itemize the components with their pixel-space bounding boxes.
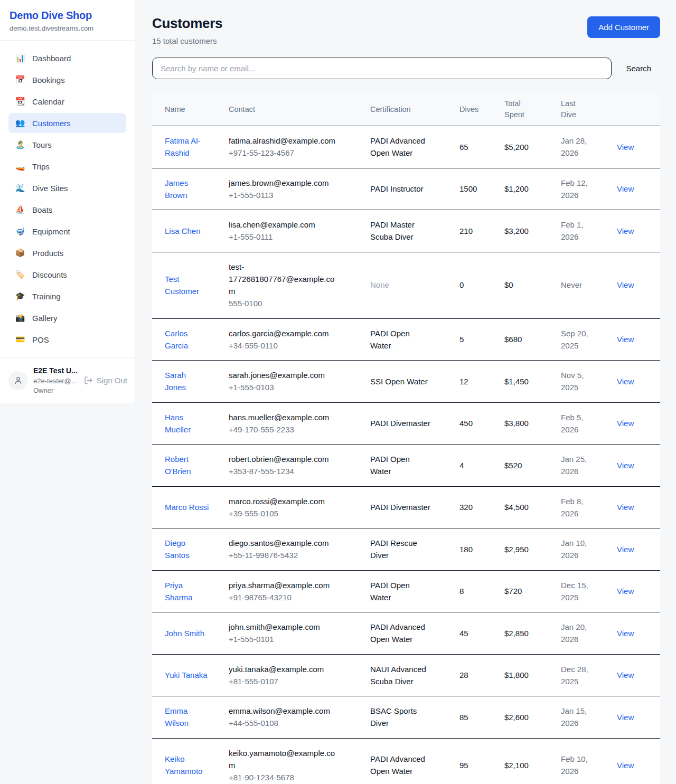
customer-name-link[interactable]: Robert O'Brien	[165, 453, 209, 478]
sidebar-item-products[interactable]: 📦 Products	[8, 243, 126, 263]
search-button[interactable]: Search	[626, 64, 651, 73]
user-icon	[13, 375, 23, 385]
table-row: John Smith john.smith@example.com +1-555…	[152, 612, 660, 655]
col-header-total-spent: Total Spent	[504, 93, 561, 126]
customer-name-link[interactable]: Emma Wilson	[165, 705, 209, 730]
add-customer-button[interactable]: Add Customer	[587, 16, 660, 38]
view-link[interactable]: View	[617, 280, 634, 289]
table-row: Priya Sharma priya.sharma@example.com +9…	[152, 570, 660, 612]
dashboard-icon: 📊	[15, 53, 25, 63]
view-link[interactable]: View	[617, 226, 634, 235]
sidebar-header: Demo Dive Shop demo.test.divestreams.com	[0, 0, 135, 41]
customer-email: robert.obrien@example.com	[229, 453, 328, 465]
page-header: Customers 15 total customers Add Custome…	[152, 15, 660, 45]
customer-certification: PADI Divemaster	[370, 417, 430, 429]
user-role: Owner	[33, 386, 78, 395]
table-row: Emma Wilson emma.wilson@example.com +44-…	[152, 696, 660, 739]
customer-certification: PADI Instructor	[370, 183, 424, 195]
search-input[interactable]	[152, 58, 612, 79]
customer-total-spent: $1,200	[504, 184, 529, 193]
customers-table: Name Contact Certification Dives Total S…	[152, 93, 660, 784]
view-link[interactable]: View	[617, 761, 634, 770]
sidebar-item-dive-sites[interactable]: 🌊 Dive Sites	[8, 178, 126, 198]
customer-total-spent: $3,800	[504, 419, 529, 428]
sidebar-item-boats[interactable]: ⛵ Boats	[8, 200, 126, 220]
table-row: James Brown james.brown@example.com +1-5…	[152, 168, 660, 210]
customer-certification: PADI Advanced Open Water	[370, 135, 433, 159]
view-link[interactable]: View	[617, 670, 634, 679]
col-header-certification: Certification	[370, 93, 459, 126]
customer-name-link[interactable]: Marco Rossi	[165, 501, 209, 513]
customer-name-link[interactable]: Test Customer	[165, 273, 209, 298]
customer-email: john.smith@example.com	[229, 621, 320, 633]
sidebar-item-customers[interactable]: 👥 Customers	[8, 113, 126, 133]
customer-total-spent: $5,200	[504, 143, 529, 152]
trips-icon: 🚤	[15, 162, 25, 171]
customer-name-link[interactable]: Yuki Tanaka	[165, 669, 208, 681]
sidebar-item-pos[interactable]: 💳 POS	[8, 329, 126, 350]
customer-email: fatima.alrashid@example.com	[229, 135, 335, 147]
customer-phone: +34-555-0110	[229, 339, 362, 352]
customer-total-spent: $0	[504, 280, 513, 289]
sidebar-item-gallery[interactable]: 📸 Gallery	[8, 308, 126, 328]
sidebar-item-equipment[interactable]: 🤿 Equipment	[8, 221, 126, 241]
customer-name-link[interactable]: Fatima Al-Rashid	[165, 135, 209, 159]
customer-last-dive: Jan 15, 2026	[561, 705, 594, 730]
table-row: Hans Mueller hans.mueller@example.com +4…	[152, 402, 660, 445]
customer-dives: 320	[459, 503, 473, 512]
customer-last-dive: Feb 1, 2026	[561, 219, 594, 243]
dive-sites-icon: 🌊	[15, 183, 25, 193]
equipment-icon: 🤿	[15, 226, 25, 236]
table-row: Test Customer test-1772681807767@example…	[152, 252, 660, 318]
view-link[interactable]: View	[617, 713, 634, 722]
customer-name-link[interactable]: Lisa Chen	[165, 225, 201, 237]
customer-dives: 1500	[459, 184, 477, 193]
customer-certification: PADI Advanced Open Water	[370, 621, 433, 646]
customer-last-dive: Dec 15, 2025	[561, 579, 594, 604]
customer-name-link[interactable]: Carlos Garcia	[165, 327, 209, 352]
customer-dives: 0	[459, 280, 464, 289]
user-email: e2e-tester@...	[33, 376, 78, 386]
customer-phone: +49-170-555-2233	[229, 423, 362, 436]
customer-name-link[interactable]: Diego Santos	[165, 537, 209, 562]
customer-email: yuki.tanaka@example.com	[229, 663, 324, 675]
view-link[interactable]: View	[617, 503, 634, 512]
customer-name-link[interactable]: John Smith	[165, 627, 204, 639]
customer-certification: PADI Open Water	[370, 579, 433, 604]
customer-total-spent: $720	[504, 587, 522, 596]
view-link[interactable]: View	[617, 461, 634, 470]
customer-certification: None	[370, 279, 389, 291]
view-link[interactable]: View	[617, 545, 634, 554]
tours-icon: 🏝️	[15, 140, 25, 149]
view-link[interactable]: View	[617, 587, 634, 596]
sidebar-item-discounts[interactable]: 🏷️ Discounts	[8, 265, 126, 285]
sidebar-item-trips[interactable]: 🚤 Trips	[8, 156, 126, 176]
sidebar: Demo Dive Shop demo.test.divestreams.com…	[0, 0, 135, 403]
view-link[interactable]: View	[617, 335, 634, 344]
customer-total-spent: $520	[504, 461, 522, 470]
view-link[interactable]: View	[617, 377, 634, 386]
customer-name-link[interactable]: James Brown	[165, 177, 209, 202]
customer-dives: 65	[459, 143, 468, 152]
sidebar-item-bookings[interactable]: 📅 Bookings	[8, 70, 126, 90]
sidebar-user-section: E2E Test U... e2e-tester@... Owner Sign …	[0, 357, 135, 403]
customer-name-link[interactable]: Priya Sharma	[165, 579, 209, 604]
customer-name-link[interactable]: Hans Mueller	[165, 411, 209, 436]
table-row: Carlos Garcia carlos.garcia@example.com …	[152, 318, 660, 361]
sidebar-item-tours[interactable]: 🏝️ Tours	[8, 135, 126, 155]
view-link[interactable]: View	[617, 143, 634, 152]
table-row: Fatima Al-Rashid fatima.alrashid@example…	[152, 126, 660, 168]
view-link[interactable]: View	[617, 419, 634, 428]
customer-name-link[interactable]: Sarah Jones	[165, 369, 209, 394]
customer-last-dive: Never	[561, 279, 582, 291]
sidebar-item-dashboard[interactable]: 📊 Dashboard	[8, 48, 126, 68]
customer-name-link[interactable]: Keiko Yamamoto	[165, 753, 209, 778]
customer-certification: NAUI Advanced Scuba Diver	[370, 663, 433, 688]
sidebar-item-training[interactable]: 🎓 Training	[8, 286, 126, 306]
view-link[interactable]: View	[617, 629, 634, 638]
customer-certification: PADI Master Scuba Diver	[370, 219, 433, 243]
sidebar-item-calendar[interactable]: 📆 Calendar	[8, 91, 126, 111]
customer-last-dive: Jan 28, 2026	[561, 135, 594, 159]
sign-out-button[interactable]: Sign Out	[84, 376, 127, 385]
view-link[interactable]: View	[617, 184, 634, 193]
